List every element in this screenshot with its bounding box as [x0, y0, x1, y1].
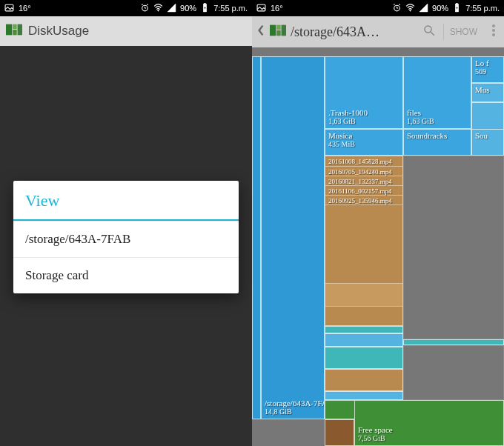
svg-point-33 — [492, 29, 495, 32]
search-icon[interactable] — [422, 24, 436, 40]
alarm-icon — [140, 3, 150, 14]
root-strip[interactable] — [252, 56, 261, 419]
dialog-item-storage-path[interactable]: /storage/643A-7FAB — [13, 221, 239, 257]
tm-sou-label: Sou — [475, 131, 500, 140]
app-title: DiskUsage — [28, 24, 89, 39]
svg-line-19 — [394, 4, 395, 4]
tm-cyan-wide[interactable] — [403, 339, 504, 345]
tm-tan-strip[interactable] — [325, 369, 403, 391]
tm-movie-file[interactable]: 20161008_145828.mp4 — [325, 156, 402, 166]
show-button[interactable]: SHOW — [443, 24, 483, 40]
tm-mus[interactable]: Mus — [471, 83, 504, 102]
tm-files[interactable]: files 1,63 GiB — [403, 56, 471, 129]
battery-icon — [452, 3, 462, 14]
status-time: 7:55 p.m. — [465, 4, 500, 13]
tm-lo[interactable]: Lo f 569 — [471, 56, 504, 83]
tm-movie-file[interactable]: 20160705_194240.mp4 — [325, 166, 402, 176]
tm-trash-size: 1,63 GiB — [328, 117, 368, 125]
view-dialog: View /storage/643A-7FAB Storage card — [13, 181, 239, 293]
tm-sliver[interactable] — [471, 102, 504, 129]
tm-blue-strip2[interactable] — [325, 391, 403, 400]
tm-free-size: 7,56 GiB — [358, 434, 393, 442]
tm-free[interactable]: Free space 7,56 GiB — [354, 400, 504, 446]
signal-icon — [419, 3, 428, 14]
tm-musica[interactable]: Musica 435 MiB — [325, 129, 403, 156]
image-icon — [256, 3, 266, 14]
dialog-item-storage-card[interactable]: Storage card — [13, 257, 239, 293]
tm-movie-file[interactable]: 20161106_002157.mp4 — [325, 185, 402, 195]
tm-movie-file[interactable]: 20160925_135946.mp4 — [325, 195, 402, 204]
tm-lo-size: 569 — [475, 67, 500, 76]
svg-point-34 — [492, 33, 495, 36]
diskusage-logo-icon — [270, 24, 286, 39]
path-title[interactable]: /storage/643A… — [291, 24, 379, 40]
svg-marker-7 — [168, 4, 176, 12]
signal-icon — [167, 3, 176, 14]
svg-rect-28 — [276, 30, 281, 36]
tm-sou[interactable]: Sou — [471, 129, 504, 156]
tm-grey-mid[interactable] — [403, 345, 504, 400]
status-temp: 16° — [19, 4, 31, 13]
status-bar-left: 16° 90% 7:55 p.m. — [0, 0, 252, 16]
status-battery-pct: 90% — [180, 4, 196, 13]
tm-brown-corner[interactable] — [325, 419, 354, 446]
svg-point-30 — [425, 26, 431, 33]
diskusage-logo-icon — [6, 24, 22, 39]
svg-line-5 — [147, 4, 148, 4]
svg-rect-14 — [18, 24, 22, 36]
image-icon — [4, 3, 14, 14]
status-time: 7:55 p.m. — [213, 4, 248, 13]
back-icon[interactable] — [256, 24, 265, 39]
appbar-left: DiskUsage — [0, 16, 252, 47]
tm-files-label: files — [407, 108, 434, 117]
status-bar-right: 16° 90% 7:55 p.m. — [252, 0, 504, 16]
tm-grey-upper[interactable] — [403, 156, 504, 339]
tm-musica-size: 435 MiB — [328, 140, 399, 148]
tm-mus-label: Mus — [475, 85, 500, 94]
svg-line-4 — [142, 4, 143, 4]
svg-rect-13 — [13, 30, 17, 35]
svg-rect-24 — [457, 3, 458, 4]
tm-cyan-2[interactable] — [325, 347, 403, 369]
tm-musica-label: Musica — [328, 131, 399, 140]
wifi-icon — [405, 3, 415, 14]
tm-root-label: /storage/643A-7FAB — [265, 399, 325, 407]
svg-point-6 — [158, 10, 159, 11]
svg-point-32 — [492, 24, 495, 27]
treemap[interactable]: /storage/643A-7FAB 14,8 GiB .Trash-1000 … — [252, 47, 504, 446]
appbar-right: /storage/643A… SHOW — [252, 16, 504, 47]
tm-trash[interactable]: .Trash-1000 1,63 GiB — [325, 56, 403, 129]
tm-blue-strip[interactable] — [325, 333, 403, 347]
tm-root-size: 14,8 GiB — [265, 407, 325, 416]
svg-rect-29 — [282, 25, 286, 36]
status-battery-pct: 90% — [432, 4, 448, 13]
svg-rect-26 — [270, 25, 276, 36]
tm-movie-file[interactable]: 20160821_132337.mp4 — [325, 176, 402, 185]
svg-rect-9 — [205, 3, 206, 4]
tm-soundtracks[interactable]: Soundtracks — [403, 129, 471, 156]
tm-files-size: 1,63 GiB — [407, 117, 434, 125]
svg-marker-22 — [420, 4, 428, 12]
svg-rect-12 — [13, 24, 17, 29]
svg-line-20 — [399, 4, 400, 4]
tm-sound-label: Soundtracks — [407, 131, 468, 140]
status-temp: 16° — [271, 4, 283, 13]
svg-line-31 — [431, 32, 434, 36]
dialog-title: View — [13, 181, 239, 219]
overflow-icon[interactable] — [492, 24, 495, 39]
tm-trash-label: .Trash-1000 — [328, 108, 368, 117]
tm-movies[interactable]: 20161008_145828.mp4 20160705_194240.mp4 … — [325, 156, 403, 326]
tm-free-label: Free space — [358, 425, 393, 434]
battery-icon — [200, 3, 210, 14]
svg-rect-11 — [6, 24, 12, 36]
tm-root[interactable]: /storage/643A-7FAB 14,8 GiB — [261, 56, 325, 419]
alarm-icon — [392, 3, 402, 14]
tm-lo-label: Lo f — [475, 59, 500, 67]
svg-rect-27 — [276, 25, 281, 30]
tm-cyan-1[interactable] — [325, 326, 403, 333]
wifi-icon — [153, 3, 163, 14]
svg-point-21 — [410, 10, 411, 11]
